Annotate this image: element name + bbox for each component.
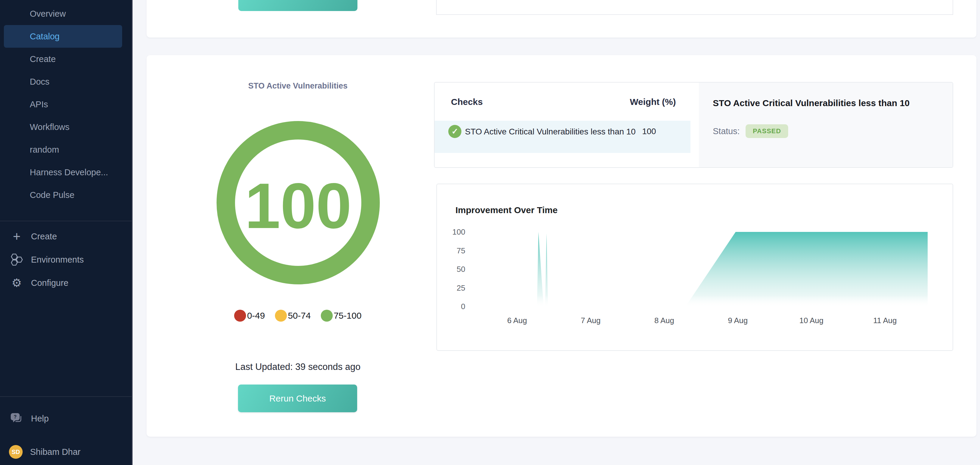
check-name: STO Active Critical Vulnerabilities less…: [465, 126, 647, 137]
status-badge: PASSED: [746, 124, 788, 138]
sidebar-action-create[interactable]: + Create: [0, 225, 132, 248]
user-menu[interactable]: SD Shibam Dhar: [0, 444, 132, 460]
legend-item-red: 0-49: [234, 310, 265, 322]
x-axis-tick: 10 Aug: [800, 316, 824, 325]
y-axis-tick: 75: [457, 246, 465, 255]
y-axis-tick: 100: [452, 227, 465, 236]
x-axis-tick: 11 Aug: [873, 316, 897, 325]
sidebar-item-docs[interactable]: Docs: [4, 70, 122, 93]
rerun-checks-button[interactable]: Rerun Checks: [238, 385, 357, 412]
weight-column-header: Weight (%): [630, 97, 676, 107]
scorecard-card: STO Active Vulnerabilities 100 0-49 50-7…: [146, 55, 977, 437]
y-axis-tick: 50: [457, 265, 465, 274]
checks-panel: Checks Weight (%) ✓ STO Active Critical …: [434, 82, 953, 168]
check-detail-title: STO Active Critical Vulnerabilities less…: [713, 98, 941, 108]
legend-label: 75-100: [334, 311, 361, 321]
check-detail-panel: STO Active Critical Vulnerabilities less…: [699, 83, 953, 167]
sidebar-item-harness-developer[interactable]: Harness Develope...: [4, 161, 122, 184]
status-label: Status:: [713, 126, 740, 136]
check-circle-icon: ✓: [448, 125, 461, 138]
x-axis-tick: 8 Aug: [654, 316, 675, 325]
last-updated-text: Last Updated: 39 seconds ago: [146, 361, 449, 372]
x-axis-tick: 9 Aug: [728, 316, 748, 325]
action-label: Environments: [31, 255, 84, 265]
previous-scorecard-card: [146, 0, 977, 38]
legend-dot-green: [321, 310, 333, 322]
checks-column-header: Checks: [451, 97, 483, 107]
hexagons-icon: [9, 253, 24, 267]
action-label: Create: [31, 232, 57, 241]
legend-item-green: 75-100: [321, 310, 361, 322]
sidebar-item-overview[interactable]: Overview: [4, 2, 122, 25]
checks-table-header: Checks Weight (%): [434, 97, 699, 107]
gauge-score: 100: [245, 170, 352, 242]
sidebar-actions: + Create Environments ⚙ Configure: [0, 225, 132, 294]
sidebar-divider: [0, 221, 132, 221]
sidebar-divider: [0, 396, 132, 397]
checks-table: Checks Weight (%) ✓ STO Active Critical …: [434, 83, 699, 167]
plus-icon: +: [9, 230, 24, 243]
scorecard-title: STO Active Vulnerabilities: [223, 81, 372, 91]
sidebar-item-workflows[interactable]: Workflows: [4, 116, 122, 138]
action-label: Configure: [31, 278, 68, 288]
score-gauge: 100: [216, 121, 380, 284]
help-label: Help: [31, 414, 49, 423]
legend-dot-red: [234, 310, 246, 322]
sidebar: Overview Catalog Create Docs APIs Workfl…: [0, 0, 132, 465]
score-legend: 0-49 50-74 75-100: [146, 309, 449, 322]
check-row[interactable]: ✓ STO Active Critical Vulnerabilities le…: [434, 121, 690, 153]
gear-icon: ⚙: [9, 277, 24, 289]
user-name: Shibam Dhar: [30, 447, 80, 457]
improvement-chart-card: 02550751006 Aug7 Aug8 Aug9 Aug10 Aug11 A…: [436, 184, 953, 351]
sidebar-item-apis[interactable]: APIs: [4, 93, 122, 116]
legend-label: 0-49: [247, 311, 265, 321]
sidebar-item-create[interactable]: Create: [4, 48, 122, 70]
legend-item-amber: 50-74: [275, 310, 311, 322]
help-chat-icon: ?: [9, 412, 24, 425]
chart-title: Improvement Over Time: [455, 205, 558, 215]
status-row: Status: PASSED: [713, 124, 788, 138]
y-axis-tick: 25: [457, 283, 465, 292]
sidebar-nav: Overview Catalog Create Docs APIs Workfl…: [0, 0, 132, 206]
legend-dot-amber: [275, 310, 287, 322]
help-button[interactable]: ? Help: [0, 408, 132, 429]
avatar: SD: [9, 445, 23, 459]
check-weight: 100: [631, 127, 667, 136]
sidebar-item-random[interactable]: random: [4, 138, 122, 161]
legend-label: 50-74: [288, 311, 311, 321]
x-axis-tick: 6 Aug: [507, 316, 527, 325]
sidebar-action-environments[interactable]: Environments: [0, 248, 132, 271]
sidebar-item-catalog[interactable]: Catalog: [4, 25, 122, 48]
score-area-series: [475, 232, 928, 307]
y-axis-tick: 0: [461, 302, 465, 311]
x-axis-tick: 7 Aug: [581, 316, 601, 325]
rerun-checks-button-partial[interactable]: [238, 0, 358, 11]
checks-panel-partial: [436, 0, 953, 15]
svg-text:?: ?: [14, 414, 17, 419]
sidebar-action-configure[interactable]: ⚙ Configure: [0, 271, 132, 294]
sidebar-item-code-pulse[interactable]: Code Pulse: [4, 184, 122, 206]
